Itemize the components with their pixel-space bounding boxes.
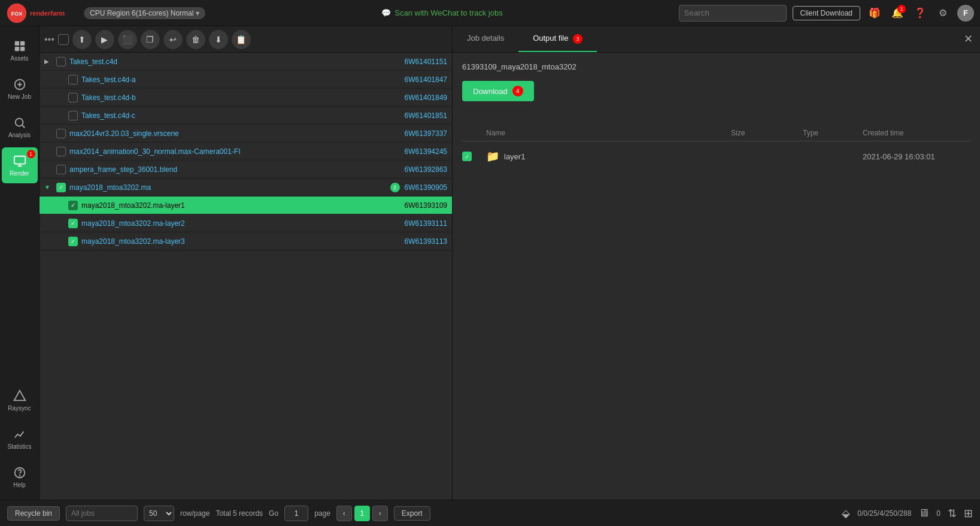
toolbar-delete-btn[interactable]: 🗑 — [186, 30, 205, 49]
sort-icon[interactable]: ⇅ — [948, 507, 957, 520]
job-checkbox[interactable] — [56, 147, 66, 156]
next-page-btn[interactable]: › — [372, 506, 388, 521]
job-checkbox[interactable]: ✓ — [56, 183, 66, 192]
table-row[interactable]: ▼ ✓ maya2018_mtoa3202.ma 2 6W61390905 — [40, 179, 452, 197]
svg-text:FOX: FOX — [11, 11, 23, 17]
layout-icon[interactable]: ⊞ — [964, 507, 973, 520]
statistics-icon — [13, 428, 26, 441]
tabs: Job details Output file 3 ✕ — [453, 26, 980, 53]
svg-point-16 — [19, 475, 20, 476]
client-download-button[interactable]: Client Download — [793, 6, 860, 20]
expand-icon[interactable]: ▼ — [44, 184, 53, 191]
output-file-badge: 3 — [573, 34, 582, 44]
download-row: Download 4 — [462, 81, 970, 113]
file-check-box[interactable]: ✓ — [462, 152, 472, 161]
download-button[interactable]: Download 4 — [462, 81, 534, 101]
search-input[interactable] — [679, 5, 787, 22]
job-name: Takes_test.c4d-a — [81, 75, 400, 84]
toolbar-download-btn[interactable]: ⬇ — [209, 30, 228, 49]
job-checkbox[interactable]: ✓ — [68, 237, 78, 246]
tab-output-file[interactable]: Output file 3 — [518, 26, 597, 52]
job-name: maya2018_mtoa3202.ma-layer2 — [81, 219, 400, 228]
table-row[interactable]: ✓ maya2018_mtoa3202.ma-layer2 6W61393111 — [40, 214, 452, 232]
toolbar-redo-btn[interactable]: ↩ — [163, 30, 183, 49]
table-row[interactable]: Takes_test.c4d-a 6W61401847 — [40, 71, 452, 89]
help-sidebar-icon — [13, 466, 26, 479]
sidebar-item-raysync[interactable]: Raysync — [2, 382, 38, 418]
layers-icon[interactable]: ⬙ — [842, 507, 850, 520]
prev-page-btn[interactable]: ‹ — [336, 506, 352, 521]
table-row[interactable]: max2014vr3.20.03_single.vrscene 6W613973… — [40, 125, 452, 143]
help-icon[interactable]: ❓ — [912, 5, 929, 22]
settings-icon[interactable]: ⚙ — [935, 5, 951, 22]
job-checkbox[interactable] — [68, 111, 78, 120]
job-list: ▶ Takes_test.c4d 6W61401151 Takes_test.c… — [40, 53, 452, 500]
job-checkbox[interactable] — [56, 57, 66, 66]
tab-job-details[interactable]: Job details — [453, 26, 518, 52]
notification-icon[interactable]: 🔔 1 — [889, 5, 906, 22]
header-check — [462, 129, 486, 137]
table-row[interactable]: Takes_test.c4d-c 6W61401851 — [40, 107, 452, 125]
sidebar-render-label: Render — [10, 170, 29, 177]
wechat-scan: 💬 Scan with WeChat to track jobs — [211, 8, 672, 17]
table-row[interactable]: max2014_animation0_30_normal.max-Camera0… — [40, 143, 452, 161]
job-id: 6W61393109 — [405, 201, 447, 210]
job-name: maya2018_mtoa3202.ma-layer3 — [81, 237, 400, 246]
job-id: 6W61401847 — [405, 75, 447, 84]
export-button[interactable]: Export — [394, 506, 430, 521]
table-row[interactable]: ✓ maya2018_mtoa3202.ma-layer3 6W61393113 — [40, 232, 452, 250]
svg-marker-14 — [14, 390, 25, 400]
list-item[interactable]: ✓ 📁 layer1 2021-06-29 16:03:01 — [462, 146, 970, 167]
sidebar-item-assets[interactable]: Assets — [2, 32, 38, 68]
toolbar-play-btn[interactable]: ▶ — [95, 30, 114, 49]
expand-icon[interactable]: ▶ — [44, 58, 53, 65]
gift-icon[interactable]: 🎁 — [866, 5, 883, 22]
page-1-btn[interactable]: 1 — [354, 506, 370, 521]
header-size: Size — [731, 129, 803, 137]
job-id: 6W61393111 — [405, 219, 447, 228]
cpu-dropdown-arrow[interactable]: ▾ — [196, 9, 199, 17]
page-go-input[interactable] — [284, 506, 308, 521]
sidebar-assets-label: Assets — [10, 55, 28, 62]
file-checkbox[interactable]: ✓ — [462, 152, 486, 161]
job-id: 6W61401851 — [405, 111, 447, 120]
cpu-badge[interactable]: CPU Region 6(16-cores) Normal ▾ — [84, 7, 205, 19]
job-name: Takes_test.c4d-b — [81, 93, 400, 102]
table-row[interactable]: ampera_frame_step_36001.blend 6W61392863 — [40, 161, 452, 179]
logo-text: renderfarm — [30, 10, 65, 17]
svg-rect-4 — [14, 46, 19, 50]
svg-rect-3 — [20, 41, 24, 45]
job-checkbox[interactable] — [68, 93, 78, 102]
file-name: 📁 layer1 — [486, 150, 731, 163]
close-button[interactable]: ✕ — [964, 32, 973, 46]
table-row[interactable]: Takes_test.c4d-b 6W61401849 — [40, 89, 452, 107]
svg-point-9 — [15, 118, 23, 126]
job-checkbox[interactable] — [56, 129, 66, 138]
sidebar-item-help[interactable]: Help — [2, 459, 38, 495]
recycle-bin-button[interactable]: Recycle bin — [7, 506, 60, 521]
job-checkbox[interactable]: ✓ — [68, 201, 78, 210]
job-checkbox[interactable]: ✓ — [68, 219, 78, 228]
job-filter-input[interactable] — [66, 506, 138, 521]
avatar[interactable]: F — [957, 5, 974, 22]
main-layout: Assets New Job Analysis 1 Render Raysync… — [0, 26, 980, 500]
monitor-icon[interactable]: 🖥 — [918, 507, 929, 519]
sidebar-item-render[interactable]: 1 Render — [2, 147, 38, 183]
toolbar-upload-btn[interactable]: ⬆ — [72, 30, 92, 49]
job-checkbox[interactable] — [56, 165, 66, 174]
toolbar-more[interactable]: ••• — [44, 34, 54, 45]
toolbar-stop-btn[interactable]: ⬛ — [118, 30, 137, 49]
toolbar-copy-btn[interactable]: ❐ — [141, 30, 160, 49]
toolbar-clipboard-btn[interactable]: 📋 — [232, 30, 251, 49]
table-row[interactable]: ✓ maya2018_mtoa3202.ma-layer1 6W61393109 — [40, 197, 452, 214]
job-checkbox[interactable] — [68, 75, 78, 84]
table-row[interactable]: ▶ Takes_test.c4d 6W61401151 — [40, 53, 452, 71]
rows-per-page-select[interactable]: 50 100 — [144, 506, 174, 521]
job-name: max2014_animation0_30_normal.max-Camera0… — [69, 147, 400, 156]
sidebar-item-analysis[interactable]: Analysis — [2, 109, 38, 145]
job-id: 6W61390905 — [405, 183, 447, 192]
sidebar-item-new-job[interactable]: New Job — [2, 71, 38, 107]
toolbar: ••• ⬆ ▶ ⬛ ❐ ↩ 🗑 ⬇ 📋 — [40, 26, 452, 53]
select-all-checkbox[interactable] — [58, 34, 69, 45]
sidebar-item-statistics[interactable]: Statistics — [2, 421, 38, 457]
